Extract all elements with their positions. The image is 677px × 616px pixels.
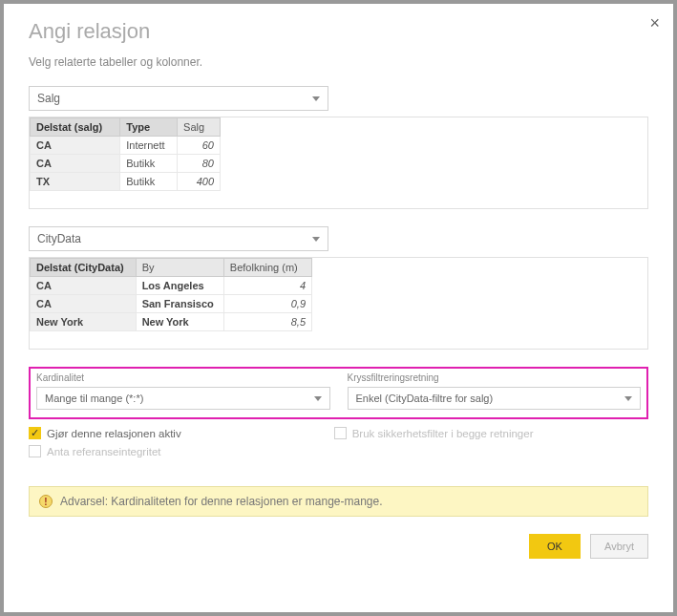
- select-second-table-value: CityData: [37, 232, 81, 245]
- first-table-preview: Delstat (salg) Type Salg CA Internett 60…: [29, 117, 648, 209]
- cancel-button[interactable]: Avbryt: [590, 534, 648, 559]
- table-row: TX Butikk 400: [31, 173, 221, 191]
- checkbox-icon: [29, 445, 41, 457]
- chevron-down-icon: [624, 396, 632, 401]
- checkbox-label: Anta referanseintegritet: [47, 446, 161, 457]
- table-row: CA Butikk 80: [31, 155, 221, 173]
- chevron-down-icon: [312, 96, 320, 101]
- cardinality-value: Mange til mange (*:*): [45, 393, 143, 404]
- crossfilter-select[interactable]: Enkel (CityData-filtre for salg): [348, 387, 642, 410]
- table-row: CA Los Angeles 4: [31, 277, 312, 295]
- col-header: Delstat (CityData): [31, 259, 137, 277]
- checkbox-icon: [334, 427, 347, 439]
- dialog-title: Angi relasjon: [29, 19, 648, 44]
- highlight-box: Kardinalitet Mange til mange (*:*) Kryss…: [29, 367, 648, 419]
- chevron-down-icon: [312, 237, 320, 242]
- col-header: Salg: [178, 118, 221, 137]
- dialog-subtitle: Velg relaterte tabeller og kolonner.: [29, 55, 648, 69]
- select-second-table[interactable]: CityData: [29, 226, 328, 251]
- ok-button[interactable]: OK: [529, 534, 581, 559]
- col-header: Delstat (salg): [31, 118, 120, 137]
- cardinality-select[interactable]: Mange til mange (*:*): [36, 387, 330, 410]
- col-header: Befolkning (m): [223, 259, 311, 277]
- second-table-preview: Delstat (CityData) By Befolkning (m) CA …: [29, 257, 648, 350]
- table-row: New York New York 8,5: [31, 313, 312, 331]
- checkbox-make-active[interactable]: ✓ Gjør denne relasjonen aktiv: [29, 427, 181, 439]
- chevron-down-icon: [314, 396, 322, 401]
- table-row: CA San Fransisco 0,9: [31, 295, 312, 313]
- checkbox-label: Gjør denne relasjonen aktiv: [47, 428, 181, 439]
- col-header: By: [136, 259, 223, 277]
- warning-icon: !: [39, 495, 53, 508]
- crossfilter-value: Enkel (CityData-filtre for salg): [356, 393, 494, 404]
- close-icon[interactable]: ×: [649, 13, 660, 33]
- select-first-table[interactable]: Salg: [29, 86, 328, 111]
- col-header: Type: [120, 118, 178, 137]
- cardinality-label: Kardinalitet: [36, 372, 330, 383]
- checkbox-label: Bruk sikkerhetsfilter i begge retninger: [352, 428, 534, 439]
- select-first-table-value: Salg: [37, 92, 60, 105]
- edit-relationship-dialog: × Angi relasjon Velg relaterte tabeller …: [4, 4, 673, 612]
- warning-text: Advarsel: Kardinaliteten for denne relas…: [60, 495, 383, 508]
- checkbox-referential-integrity: Anta referanseintegritet: [29, 445, 161, 457]
- table-row: CA Internett 60: [31, 137, 221, 155]
- warning-banner: ! Advarsel: Kardinaliteten for denne rel…: [29, 486, 648, 517]
- checkbox-icon: ✓: [29, 427, 41, 439]
- crossfilter-label: Kryssfiltreringsretning: [348, 372, 642, 383]
- checkbox-security-filter: Bruk sikkerhetsfilter i begge retninger: [334, 427, 534, 439]
